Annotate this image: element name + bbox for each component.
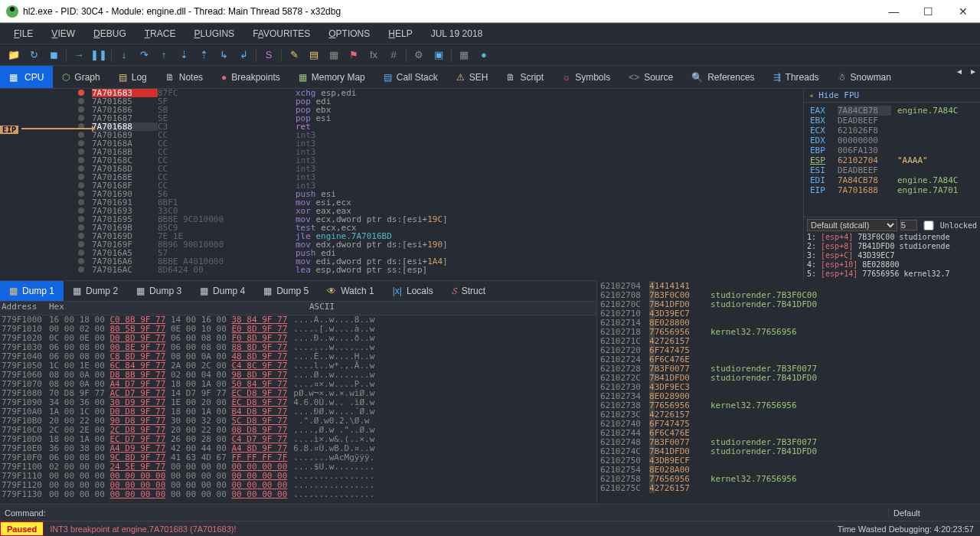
register-row[interactable]: ESP62102704"AAAA" xyxy=(810,155,980,165)
unlocked-checkbox[interactable] xyxy=(920,221,937,230)
tab-seh[interactable]: ⚠SEH xyxy=(447,66,498,88)
tab-cpu[interactable]: ▦CPU xyxy=(0,66,53,88)
tab-script[interactable]: 🗎Script xyxy=(497,66,553,88)
register-row[interactable]: ESIDEADBEEF xyxy=(810,165,980,175)
callframe-row[interactable]: 3: [esp+C] 43D39EC7 xyxy=(807,251,977,260)
stack-view[interactable]: 6210270441414141 621027087B3F0C00 studio… xyxy=(597,280,980,504)
menu-help[interactable]: HELP xyxy=(381,25,420,42)
register-row[interactable]: EDX00000000 xyxy=(810,136,980,145)
register-row[interactable]: EIP7A701688engine.7A701 xyxy=(810,185,980,195)
tab-log[interactable]: ▤Log xyxy=(109,66,156,88)
calling-convention-select[interactable]: Default (stdcall) xyxy=(807,219,897,231)
minimize-button[interactable]: — xyxy=(877,0,911,23)
scylla-icon[interactable]: S xyxy=(260,47,278,64)
calc-icon[interactable]: ▦ xyxy=(455,47,473,64)
status-message: INT3 breakpoint at engine.7A701683 (7A70… xyxy=(44,525,831,534)
run-icon[interactable]: → xyxy=(70,47,88,64)
callframe-row[interactable]: 4: [esp+10] 8E028800 xyxy=(807,260,977,270)
stepout-icon[interactable]: ↑ xyxy=(155,47,173,64)
tab-breakpoints[interactable]: ●Breakpoints xyxy=(212,66,289,88)
command-label: Command: xyxy=(0,508,51,518)
restart-icon[interactable]: ↻ xyxy=(24,47,43,64)
menu-plugins[interactable]: PLUGINS xyxy=(186,25,242,42)
arg-count-input[interactable] xyxy=(900,220,917,230)
eip-label: EIP xyxy=(0,126,18,134)
tab-dump3[interactable]: ▦Dump 3 xyxy=(127,281,191,301)
unlocked-label: Unlocked xyxy=(940,221,977,230)
maximize-button[interactable]: ☐ xyxy=(911,0,946,23)
tab-snowman[interactable]: ☃Snowman xyxy=(828,66,900,88)
callframe-row[interactable]: 2: [esp+8] 7B41DFD0 studiorende xyxy=(807,242,977,251)
status-paused-badge: Paused xyxy=(0,521,44,536)
pause-icon[interactable]: ❚❚ xyxy=(90,47,108,64)
menu-debug[interactable]: DEBUG xyxy=(86,25,134,42)
tillret-icon[interactable]: ↳ xyxy=(214,47,233,64)
register-row[interactable]: EBXDEADBEEF xyxy=(810,116,980,126)
tabs-scroll-left[interactable]: ◂ xyxy=(952,66,966,77)
tab-memorymap[interactable]: ▦Memory Map xyxy=(289,66,374,88)
callframe-panel: Default (stdcall) Unlocked 1: [esp+4] 7B… xyxy=(804,217,980,280)
tab-symbols[interactable]: ☼Symbols xyxy=(553,66,619,88)
window-title: hl2.exe - PID: 30C4 - Module: engine.dll… xyxy=(23,6,877,17)
menubar: FILE VIEW DEBUG TRACE PLUGINS FAVOURITES… xyxy=(0,23,980,44)
command-mode[interactable]: Default xyxy=(888,508,980,518)
tab-locals[interactable]: |x|Locals xyxy=(384,281,443,301)
tab-dump5[interactable]: ▦Dump 5 xyxy=(254,281,318,301)
menu-file[interactable]: FILE xyxy=(6,25,41,42)
menu-options[interactable]: OPTIONS xyxy=(321,25,377,42)
stack-row[interactable]: 6210275C42726157 xyxy=(597,484,980,493)
callframe-row[interactable]: 1: [esp+4] 7B3F0C00 studiorende xyxy=(807,233,977,242)
hide-fpu-toggle[interactable]: Hide FPU xyxy=(804,89,980,103)
register-row[interactable]: EDI7A84CB78engine.7A84C xyxy=(810,175,980,185)
register-row[interactable]: EBP006FA130 xyxy=(810,145,980,155)
tab-notes[interactable]: 🗎Notes xyxy=(156,66,212,88)
registers-panel: Hide FPU EAX7A84CB78engine.7A84CEBXDEADB… xyxy=(804,89,980,280)
menu-trace[interactable]: TRACE xyxy=(137,25,184,42)
stop-icon[interactable]: ◼ xyxy=(44,47,63,64)
tab-graph[interactable]: ⬡Graph xyxy=(53,66,109,88)
disassembly-view[interactable]: EIP 7A70168387FCxchg esp,edi7A7016855Fpo… xyxy=(0,89,804,280)
variables-icon[interactable]: # xyxy=(384,47,403,64)
tab-source[interactable]: <>Source xyxy=(619,66,682,88)
tab-dump1[interactable]: ▦Dump 1 xyxy=(0,281,64,301)
hex-dump[interactable]: 779F1000 16 00 18 00 C0 8B 9F 77 14 00 1… xyxy=(0,315,596,504)
tab-dump4[interactable]: ▦Dump 4 xyxy=(191,281,254,301)
titlebar: hl2.exe - PID: 30C4 - Module: engine.dll… xyxy=(0,0,980,23)
tabs-scroll-right[interactable]: ▸ xyxy=(966,66,980,77)
labels-icon[interactable]: ▦ xyxy=(325,47,343,64)
about-icon[interactable]: ● xyxy=(475,47,493,64)
tab-dump2[interactable]: ▦Dump 2 xyxy=(64,281,127,301)
window-controls: — ☐ ✕ xyxy=(877,0,980,23)
menu-favourites[interactable]: FAVOURITES xyxy=(245,25,318,42)
functions-icon[interactable]: fx xyxy=(364,47,383,64)
app-icon xyxy=(6,5,18,18)
callframe-row[interactable]: 5: [esp+14] 77656956 kernel32.7 xyxy=(807,270,977,279)
tab-struct[interactable]: 𝓢Struct xyxy=(443,281,495,301)
patches-icon[interactable]: ✎ xyxy=(285,47,303,64)
command-input[interactable] xyxy=(51,505,888,521)
appearance-icon[interactable]: ▣ xyxy=(430,47,448,64)
stepover-icon[interactable]: ↷ xyxy=(135,47,153,64)
comments-icon[interactable]: ▤ xyxy=(305,47,323,64)
stepin-icon[interactable]: ↓ xyxy=(115,47,133,64)
tab-watch1[interactable]: 👁Watch 1 xyxy=(318,281,384,301)
dump-row[interactable]: 779F1130 00 00 00 00 00 00 00 00 00 00 0… xyxy=(0,490,596,499)
settings-icon[interactable]: ⚙ xyxy=(410,47,428,64)
register-row[interactable]: EAX7A84CB78engine.7A84C xyxy=(810,106,980,116)
tab-references[interactable]: 🔍References xyxy=(682,66,763,88)
cpu-icon: ▦ xyxy=(9,72,20,83)
tab-threads[interactable]: ⇶Threads xyxy=(764,66,828,88)
menu-date[interactable]: JUL 19 2018 xyxy=(423,25,491,42)
bookmarks-icon[interactable]: ⚑ xyxy=(345,47,363,64)
traceover-icon[interactable]: ⇡ xyxy=(194,47,213,64)
disasm-row[interactable]: 7A7016AC8D6424 00lea esp,dword ptr ss:[e… xyxy=(0,266,803,274)
tilluser-icon[interactable]: ↲ xyxy=(234,47,253,64)
open-icon[interactable]: 📁 xyxy=(5,47,23,64)
eip-arrow-icon xyxy=(21,128,95,129)
traceinto-icon[interactable]: ⇣ xyxy=(175,47,193,64)
statusbar: Paused INT3 breakpoint at engine.7A70168… xyxy=(0,521,980,536)
menu-view[interactable]: VIEW xyxy=(44,25,83,42)
tab-callstack[interactable]: ▤Call Stack xyxy=(374,66,447,88)
close-button[interactable]: ✕ xyxy=(946,0,980,23)
register-row[interactable]: ECX621026F8 xyxy=(810,126,980,136)
